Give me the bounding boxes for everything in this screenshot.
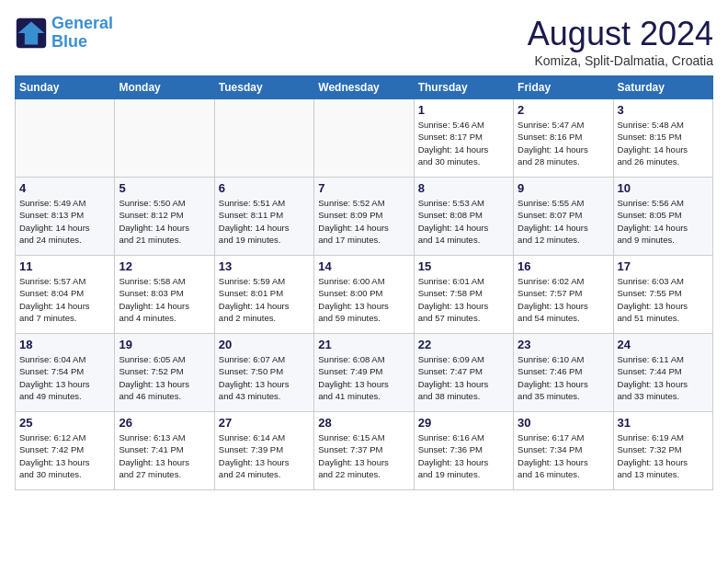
day-number: 27 [219,416,310,430]
day-number: 12 [119,259,210,273]
day-number: 6 [219,181,310,195]
day-number: 23 [518,338,609,351]
day-number: 30 [518,416,609,430]
day-info: Sunrise: 6:07 AMSunset: 7:50 PMDaylight:… [219,353,310,402]
day-info: Sunrise: 6:04 AMSunset: 7:54 PMDaylight:… [19,353,110,402]
week-row-2: 4Sunrise: 5:49 AMSunset: 8:13 PMDaylight… [16,178,713,256]
weekday-header-friday: Friday [514,76,613,99]
calendar-table: SundayMondayTuesdayWednesdayThursdayFrid… [15,75,713,490]
title-block: August 2024 Komiza, Split-Dalmatia, Croa… [528,15,713,68]
day-info: Sunrise: 6:03 AMSunset: 7:55 PMDaylight:… [618,275,709,324]
day-info: Sunrise: 5:56 AMSunset: 8:05 PMDaylight:… [618,197,709,246]
calendar-cell: 4Sunrise: 5:49 AMSunset: 8:13 PMDaylight… [16,178,115,256]
day-info: Sunrise: 6:19 AMSunset: 7:32 PMDaylight:… [618,431,709,480]
day-info: Sunrise: 6:17 AMSunset: 7:34 PMDaylight:… [518,431,609,480]
day-info: Sunrise: 5:50 AMSunset: 8:12 PMDaylight:… [119,197,210,246]
calendar-cell [214,99,313,178]
calendar-cell: 2Sunrise: 5:47 AMSunset: 8:16 PMDaylight… [514,99,613,178]
day-info: Sunrise: 5:51 AMSunset: 8:11 PMDaylight:… [219,197,310,246]
day-info: Sunrise: 5:52 AMSunset: 8:09 PMDaylight:… [318,197,409,246]
day-number: 16 [518,259,609,273]
weekday-header-monday: Monday [115,76,214,99]
calendar-cell: 30Sunrise: 6:17 AMSunset: 7:34 PMDayligh… [514,412,613,490]
calendar-cell: 9Sunrise: 5:55 AMSunset: 8:07 PMDaylight… [514,178,613,256]
calendar-cell: 20Sunrise: 6:07 AMSunset: 7:50 PMDayligh… [214,334,313,412]
calendar-cell: 7Sunrise: 5:52 AMSunset: 8:09 PMDaylight… [314,178,414,256]
week-row-5: 25Sunrise: 6:12 AMSunset: 7:42 PMDayligh… [16,412,713,490]
day-info: Sunrise: 5:49 AMSunset: 8:13 PMDaylight:… [19,197,110,246]
day-number: 5 [119,181,210,195]
calendar-cell: 13Sunrise: 5:59 AMSunset: 8:01 PMDayligh… [214,256,313,334]
calendar-cell: 28Sunrise: 6:15 AMSunset: 7:37 PMDayligh… [314,412,414,490]
calendar-cell: 25Sunrise: 6:12 AMSunset: 7:42 PMDayligh… [16,412,115,490]
day-number: 21 [318,338,409,351]
day-info: Sunrise: 5:48 AMSunset: 8:15 PMDaylight:… [618,119,709,167]
calendar-cell: 12Sunrise: 5:58 AMSunset: 8:03 PMDayligh… [115,256,214,334]
day-info: Sunrise: 6:02 AMSunset: 7:57 PMDaylight:… [518,275,609,324]
calendar-cell: 5Sunrise: 5:50 AMSunset: 8:12 PMDaylight… [115,178,214,256]
calendar-cell: 26Sunrise: 6:13 AMSunset: 7:41 PMDayligh… [115,412,214,490]
day-number: 19 [119,338,210,351]
weekday-header-sunday: Sunday [16,76,115,99]
day-info: Sunrise: 6:01 AMSunset: 7:58 PMDaylight:… [418,275,509,324]
calendar-cell: 15Sunrise: 6:01 AMSunset: 7:58 PMDayligh… [414,256,513,334]
day-info: Sunrise: 6:13 AMSunset: 7:41 PMDaylight:… [119,431,210,480]
day-number: 24 [618,338,709,351]
day-number: 11 [19,259,110,273]
weekday-header-tuesday: Tuesday [214,76,313,99]
day-number: 3 [618,103,709,117]
day-info: Sunrise: 6:08 AMSunset: 7:49 PMDaylight:… [318,353,409,402]
calendar-cell [16,99,115,178]
day-number: 15 [418,259,509,273]
day-info: Sunrise: 5:55 AMSunset: 8:07 PMDaylight:… [518,197,609,246]
calendar-cell: 21Sunrise: 6:08 AMSunset: 7:49 PMDayligh… [314,334,414,412]
day-number: 25 [19,416,110,430]
day-info: Sunrise: 6:16 AMSunset: 7:36 PMDaylight:… [418,431,509,480]
week-row-1: 1Sunrise: 5:46 AMSunset: 8:17 PMDaylight… [16,99,713,178]
logo: General Blue [15,15,113,52]
day-info: Sunrise: 6:11 AMSunset: 7:44 PMDaylight:… [618,353,709,402]
day-info: Sunrise: 5:59 AMSunset: 8:01 PMDaylight:… [219,275,310,324]
day-number: 22 [418,338,509,351]
weekday-header-saturday: Saturday [613,76,712,99]
calendar-cell: 14Sunrise: 6:00 AMSunset: 8:00 PMDayligh… [314,256,414,334]
calendar-cell: 10Sunrise: 5:56 AMSunset: 8:05 PMDayligh… [613,178,712,256]
calendar-cell: 27Sunrise: 6:14 AMSunset: 7:39 PMDayligh… [214,412,313,490]
day-info: Sunrise: 5:47 AMSunset: 8:16 PMDaylight:… [518,119,609,167]
calendar-cell: 11Sunrise: 5:57 AMSunset: 8:04 PMDayligh… [16,256,115,334]
day-number: 20 [219,338,310,351]
day-number: 13 [219,259,310,273]
logo-icon [15,17,48,50]
day-number: 17 [618,259,709,273]
calendar-cell: 19Sunrise: 6:05 AMSunset: 7:52 PMDayligh… [115,334,214,412]
day-info: Sunrise: 5:53 AMSunset: 8:08 PMDaylight:… [418,197,509,246]
day-number: 10 [618,181,709,195]
day-number: 7 [318,181,409,195]
day-number: 28 [318,416,409,430]
calendar-cell: 1Sunrise: 5:46 AMSunset: 8:17 PMDaylight… [414,99,513,178]
calendar-cell: 8Sunrise: 5:53 AMSunset: 8:08 PMDaylight… [414,178,513,256]
day-info: Sunrise: 6:05 AMSunset: 7:52 PMDaylight:… [119,353,210,402]
calendar-cell: 22Sunrise: 6:09 AMSunset: 7:47 PMDayligh… [414,334,513,412]
day-number: 1 [418,103,509,117]
calendar-cell [115,99,214,178]
month-year: August 2024 [528,15,713,53]
day-number: 14 [318,259,409,273]
week-row-3: 11Sunrise: 5:57 AMSunset: 8:04 PMDayligh… [16,256,713,334]
page-header: General Blue August 2024 Komiza, Split-D… [15,15,713,68]
calendar-cell: 24Sunrise: 6:11 AMSunset: 7:44 PMDayligh… [613,334,712,412]
calendar-cell: 6Sunrise: 5:51 AMSunset: 8:11 PMDaylight… [214,178,313,256]
day-info: Sunrise: 6:00 AMSunset: 8:00 PMDaylight:… [318,275,409,324]
day-number: 4 [19,181,110,195]
calendar-cell [314,99,414,178]
calendar-cell: 3Sunrise: 5:48 AMSunset: 8:15 PMDaylight… [613,99,712,178]
location: Komiza, Split-Dalmatia, Croatia [528,53,713,68]
day-info: Sunrise: 6:09 AMSunset: 7:47 PMDaylight:… [418,353,509,402]
week-row-4: 18Sunrise: 6:04 AMSunset: 7:54 PMDayligh… [16,334,713,412]
weekday-header-row: SundayMondayTuesdayWednesdayThursdayFrid… [16,76,713,99]
calendar-cell: 17Sunrise: 6:03 AMSunset: 7:55 PMDayligh… [613,256,712,334]
day-number: 2 [518,103,609,117]
weekday-header-thursday: Thursday [414,76,513,99]
weekday-header-wednesday: Wednesday [314,76,414,99]
calendar-cell: 16Sunrise: 6:02 AMSunset: 7:57 PMDayligh… [514,256,613,334]
